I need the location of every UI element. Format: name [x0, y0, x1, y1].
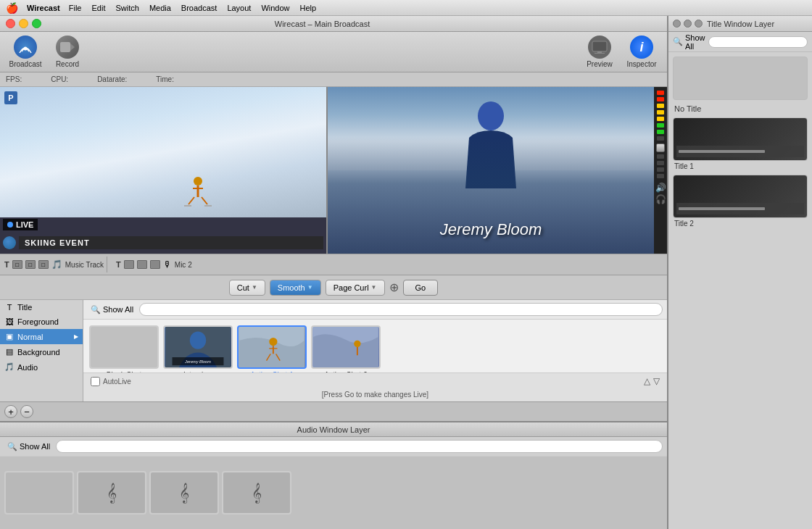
- menu-edit[interactable]: Edit: [92, 4, 106, 12]
- title-grid: No Title Title 1 Title 2: [668, 52, 812, 232]
- svg-point-19: [269, 338, 277, 346]
- svg-rect-3: [592, 41, 607, 51]
- title-1-thumbnail[interactable]: [673, 117, 808, 161]
- shot-interview-thumbnail: Jeremy Bloom: [163, 325, 233, 369]
- layer-title[interactable]: T Title: [0, 300, 83, 315]
- shot-grid-area: 🔍 Show All Blank Shot: [83, 300, 667, 401]
- shot-search-input[interactable]: [139, 303, 663, 316]
- show-all-button[interactable]: 🔍 Show All: [88, 304, 136, 316]
- preview-area: P LIVE: [0, 87, 667, 254]
- close-button[interactable]: [6, 19, 15, 28]
- title-2-overlay: [676, 203, 804, 214]
- minimize-button[interactable]: [19, 19, 28, 28]
- event-banner: Skiing Event: [19, 236, 323, 249]
- main-titlebar: Wirecast – Main Broadcast: [0, 16, 667, 32]
- audio-thumb-blank[interactable]: [4, 471, 74, 515]
- menu-items: File Edit Switch Media Broadcast Layout …: [69, 4, 316, 12]
- right-minimize-button[interactable]: [684, 20, 692, 28]
- menu-broadcast[interactable]: Broadcast: [181, 4, 218, 12]
- action1-svg: [239, 327, 305, 367]
- shot-action1-thumbnail: [237, 325, 307, 369]
- right-panel: Title Window Layer 🔍 Show All No Title: [667, 16, 812, 529]
- p-badge: P: [4, 91, 17, 104]
- right-search-icon: 🔍: [673, 37, 683, 46]
- skier-figure: [180, 174, 216, 210]
- foreground-layer-icon: 🖼: [4, 317, 14, 326]
- record-icon: [56, 36, 79, 59]
- svg-point-6: [194, 177, 202, 186]
- add-shot-button[interactable]: +: [4, 405, 17, 418]
- right-zoom-button[interactable]: [695, 20, 703, 28]
- menu-media[interactable]: Media: [149, 4, 171, 12]
- shot-action1[interactable]: Action Shot 1: [237, 325, 307, 372]
- apple-menu[interactable]: 🍎: [6, 2, 18, 14]
- record-button[interactable]: Record: [48, 35, 87, 70]
- browser-content: T Title 🖼 Foreground ▣ Normal ▶ ▤ Bac: [0, 300, 667, 401]
- title-blank-thumbnail[interactable]: [673, 57, 808, 100]
- speaker-icon[interactable]: 🔊: [655, 183, 666, 193]
- audio-show-all-button[interactable]: 🔍 Show All: [4, 441, 53, 453]
- audio-thumb-2[interactable]: 𝄞: [149, 471, 219, 515]
- shot-interview[interactable]: Jeremy Bloom Interview: [163, 325, 233, 372]
- menu-layout[interactable]: Layout: [227, 4, 251, 12]
- menu-window[interactable]: Window: [261, 4, 289, 12]
- cut-button[interactable]: Cut ▼: [229, 280, 265, 296]
- audio-search-input[interactable]: [56, 440, 663, 453]
- toolbar-right: Preview i Inspector: [580, 35, 661, 70]
- svg-rect-4: [597, 51, 602, 53]
- right-show-all-button[interactable]: 🔍 Show All: [673, 33, 705, 51]
- audio-content: 𝄞 𝄞 𝄞: [0, 457, 667, 529]
- shot-browser: T Title 🖼 Foreground ▣ Normal ▶ ▤ Bac: [0, 300, 667, 421]
- vu-slider[interactable]: [656, 143, 665, 152]
- autolive-hint: [Press Go to make changes Live]: [322, 391, 428, 399]
- svg-text:Jeremy Bloom: Jeremy Bloom: [184, 359, 211, 364]
- live-indicator: [7, 222, 13, 228]
- preview-icon: [588, 36, 611, 59]
- menu-file[interactable]: File: [69, 4, 82, 12]
- magnifier-icon[interactable]: ⊕: [389, 280, 399, 294]
- layer-up-button[interactable]: △: [644, 376, 650, 386]
- autolive-checkbox[interactable]: [91, 377, 100, 386]
- audio-thumb-3[interactable]: 𝄞: [222, 471, 291, 515]
- cpu-label: CPU:: [51, 75, 68, 83]
- title-2-thumbnail[interactable]: [673, 175, 808, 218]
- inspector-button[interactable]: i Inspector: [622, 35, 661, 70]
- layer-down-button[interactable]: ▽: [653, 376, 660, 386]
- vu-meter: 🔊 🎧: [654, 87, 667, 254]
- layer-audio[interactable]: 🎵 Audio: [0, 359, 83, 375]
- shot-blank[interactable]: Blank Shot: [89, 325, 159, 372]
- vu-green-2: [657, 130, 664, 134]
- remove-shot-button[interactable]: −: [20, 405, 33, 418]
- menu-help[interactable]: Help: [300, 4, 317, 12]
- layer-background[interactable]: ▤ Background: [0, 344, 83, 359]
- menu-switch[interactable]: Switch: [115, 4, 138, 12]
- broadcast-button[interactable]: Broadcast: [6, 35, 45, 70]
- vu-yellow-1: [657, 104, 664, 108]
- datarate-label: Datarate:: [97, 75, 127, 83]
- layer-foreground[interactable]: 🖼 Foreground: [0, 315, 83, 329]
- title-1-label: Title 1: [673, 162, 808, 170]
- preview-button[interactable]: Preview: [580, 35, 619, 70]
- headphone-icon[interactable]: 🎧: [655, 194, 666, 204]
- svg-line-9: [188, 197, 194, 204]
- window-title: Wirecast – Main Broadcast: [275, 20, 370, 28]
- pagecurl-arrow: ▼: [371, 284, 377, 291]
- right-search-input[interactable]: [708, 36, 808, 48]
- audio-show-all-label: Show All: [20, 442, 50, 451]
- layer-normal[interactable]: ▣ Normal ▶: [0, 329, 83, 344]
- normal-layer-icon: ▣: [4, 332, 14, 341]
- interview-svg: Jeremy Bloom: [165, 327, 231, 367]
- shot-blank-thumbnail: [89, 325, 159, 369]
- time-stat: Time:: [156, 75, 174, 83]
- title-icon-right: T: [116, 260, 121, 269]
- shot-action2[interactable]: Action Shot 2: [311, 325, 381, 372]
- pagecurl-button[interactable]: Page Curl ▼: [326, 280, 385, 296]
- right-show-all-label: Show All: [685, 33, 705, 51]
- audio-window: Audio Window Layer 🔍 Show All 𝄞 𝄞 𝄞: [0, 421, 667, 529]
- smooth-button[interactable]: Smooth ▼: [270, 280, 321, 296]
- go-button[interactable]: Go: [403, 280, 439, 296]
- audio-thumb-1[interactable]: 𝄞: [77, 471, 146, 515]
- add-remove-bar: + −: [0, 401, 667, 421]
- right-close-button[interactable]: [673, 20, 681, 28]
- zoom-button[interactable]: [32, 19, 41, 28]
